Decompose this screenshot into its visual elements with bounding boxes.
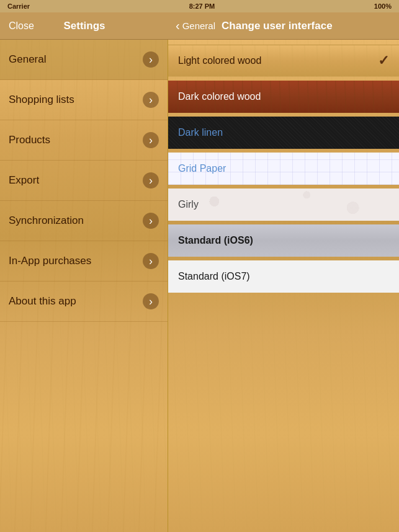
time-label: 8:27 PM xyxy=(189,2,215,10)
sidebar-item-shopping-lists[interactable]: Shopping lists xyxy=(0,80,168,120)
sidebar-item-synchronization[interactable]: Synchronization xyxy=(0,201,168,241)
sidebar-item-products[interactable]: Products xyxy=(0,120,168,161)
close-button[interactable]: Close xyxy=(9,20,34,32)
nav-title: Settings xyxy=(34,20,135,32)
page-title: Change user interface xyxy=(222,20,333,32)
nav-bar-left: Close Settings xyxy=(0,12,168,40)
theme-option-grid-paper[interactable]: Grid Paper xyxy=(168,153,399,185)
chevron-icon-general xyxy=(143,51,159,68)
sidebar-item-export[interactable]: Export xyxy=(0,161,168,201)
sidebar-label-export: Export xyxy=(9,174,39,187)
checkmark-light-wood: ✓ xyxy=(378,53,389,69)
theme-label-grid-paper: Grid Paper xyxy=(178,163,226,174)
chevron-icon-products xyxy=(143,132,159,148)
theme-option-ios6[interactable]: Standard (iOS6) xyxy=(168,224,399,257)
sidebar-label-general: General xyxy=(9,53,46,66)
status-bar: Carrier 8:27 PM 100% xyxy=(0,0,399,12)
theme-option-dark-wood[interactable]: Dark colored wood xyxy=(168,81,399,113)
theme-option-dark-linen[interactable]: Dark linen xyxy=(168,117,399,149)
chevron-icon-in-app-purchases xyxy=(143,253,159,269)
sidebar-label-in-app-purchases: In-App purchases xyxy=(9,255,91,267)
back-label[interactable]: General xyxy=(182,20,215,31)
sidebar-item-general[interactable]: General xyxy=(0,40,168,80)
sidebar-label-about: About this app xyxy=(9,295,76,308)
nav-bar: Close Settings ‹ General Change user int… xyxy=(0,12,399,40)
chevron-icon-synchronization xyxy=(143,213,159,229)
theme-option-ios7[interactable]: Standard (iOS7) xyxy=(168,260,399,293)
theme-list: Light colored wood ✓ Dark colored wood D… xyxy=(168,40,399,532)
theme-label-dark-linen: Dark linen xyxy=(178,127,223,138)
sidebar-item-in-app-purchases[interactable]: In-App purchases xyxy=(0,241,168,282)
back-arrow-icon[interactable]: ‹ xyxy=(176,19,180,33)
chevron-icon-shopping-lists xyxy=(143,92,159,108)
theme-label-ios7: Standard (iOS7) xyxy=(178,271,250,282)
sidebar-label-shopping-lists: Shopping lists xyxy=(9,94,74,106)
theme-option-light-wood[interactable]: Light colored wood ✓ xyxy=(168,45,399,77)
theme-option-girly[interactable]: Girly xyxy=(168,188,399,221)
sidebar-label-products: Products xyxy=(9,134,50,146)
carrier-label: Carrier xyxy=(7,2,30,10)
sidebar: General Shopping lists Products Export S… xyxy=(0,40,168,532)
theme-label-dark-wood: Dark colored wood xyxy=(178,91,261,102)
chevron-icon-export xyxy=(143,172,159,188)
theme-label-light-wood: Light colored wood xyxy=(178,55,261,66)
theme-label-girly: Girly xyxy=(178,199,199,210)
theme-label-ios6: Standard (iOS6) xyxy=(178,235,253,246)
sidebar-label-synchronization: Synchronization xyxy=(9,215,84,227)
sidebar-item-about[interactable]: About this app xyxy=(0,282,168,322)
chevron-icon-about xyxy=(143,293,159,309)
battery-label: 100% xyxy=(374,2,392,10)
content-area: General Shopping lists Products Export S… xyxy=(0,40,399,532)
nav-bar-right: ‹ General Change user interface xyxy=(168,12,399,40)
